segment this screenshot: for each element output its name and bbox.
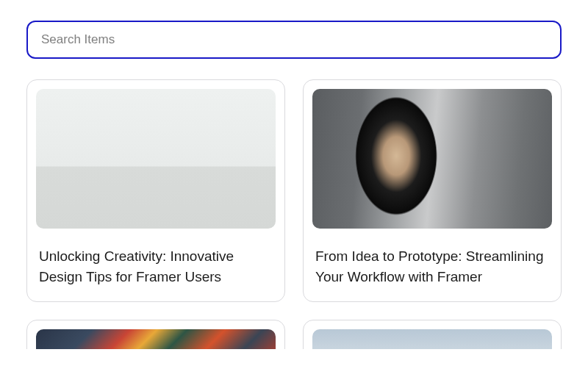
card-grid-row-partial [26, 320, 562, 349]
card-grid: Unlocking Creativity: Innovative Design … [26, 79, 562, 302]
search-input[interactable] [26, 21, 562, 59]
article-thumbnail [36, 89, 276, 229]
article-thumbnail [36, 329, 276, 349]
search-container [26, 21, 562, 59]
article-card[interactable]: From Idea to Prototype: Streamlining You… [303, 79, 562, 302]
article-card[interactable]: Unlocking Creativity: Innovative Design … [26, 79, 285, 302]
article-title: From Idea to Prototype: Streamlining You… [312, 246, 552, 293]
article-card[interactable] [303, 320, 562, 349]
article-thumbnail [312, 89, 552, 229]
article-thumbnail [312, 329, 552, 349]
article-title: Unlocking Creativity: Innovative Design … [36, 246, 276, 293]
article-card[interactable] [26, 320, 285, 349]
